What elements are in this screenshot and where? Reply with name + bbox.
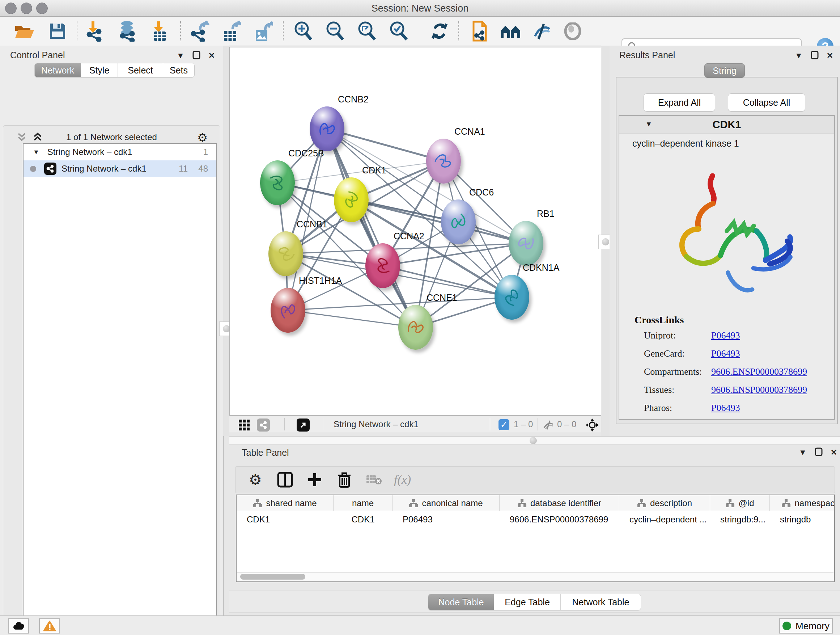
gene-section: ▼ CDK1 cyclin–dependent kinase 1 [619, 115, 835, 420]
delete-table-icon[interactable] [364, 470, 384, 489]
crosslink-link[interactable]: 9606.ENSP00000378699 [711, 385, 807, 395]
network-node-CCNB1[interactable] [268, 231, 303, 276]
houses-icon[interactable] [499, 19, 523, 43]
zoom-selected-icon[interactable] [387, 19, 411, 43]
export-table-icon[interactable] [219, 19, 243, 43]
panel-float-icon[interactable] [193, 51, 201, 61]
show-columns-icon[interactable] [275, 470, 295, 489]
show-eye-icon[interactable] [561, 19, 584, 43]
network-node-CDKN1A[interactable] [494, 275, 529, 320]
table-cell[interactable]: 9606.ENSP00000378699 [500, 511, 619, 528]
panel-collapse-icon[interactable]: ▼ [177, 51, 185, 60]
results-collapse-icon[interactable]: ▼ [795, 51, 803, 60]
cloud-status-button[interactable] [8, 618, 29, 633]
network-node-CCNB2[interactable] [309, 106, 344, 151]
tab-select[interactable]: Select [118, 63, 163, 77]
horizontal-splitter[interactable] [229, 436, 840, 445]
birds-eye-view-icon[interactable] [297, 418, 309, 432]
table-cell[interactable]: cyclin–dependent ... [619, 511, 710, 528]
warning-status-button[interactable] [39, 618, 60, 633]
column-header-shared-name[interactable]: shared name [237, 495, 333, 511]
export-image-icon[interactable] [251, 19, 275, 43]
column-header-namespace[interactable]: namespace [770, 495, 835, 511]
function-builder-icon[interactable]: f(x) [394, 473, 411, 486]
memory-button[interactable]: Memory [779, 618, 833, 633]
table-float-icon[interactable] [815, 448, 823, 458]
network-node-RB1[interactable] [508, 221, 543, 266]
document-network-icon[interactable] [467, 19, 491, 43]
column-header-description[interactable]: description [619, 495, 710, 511]
import-network-database-icon[interactable] [115, 19, 139, 43]
crosslink-link[interactable]: P06493 [711, 330, 740, 341]
tab-sets[interactable]: Sets [163, 63, 194, 77]
collection-expand-icon[interactable]: ▼ [33, 149, 39, 156]
network-collection-row[interactable]: ▼ String Network – cdk1 1 [24, 144, 216, 160]
tab-network-table[interactable]: Network Table [561, 594, 641, 610]
table-collapse-icon[interactable]: ▼ [799, 448, 807, 457]
results-float-icon[interactable] [811, 51, 819, 61]
table-cell[interactable]: P06493 [393, 511, 500, 528]
toolbar-separator [77, 21, 77, 41]
table-cell[interactable]: CDK1 [333, 511, 393, 528]
open-session-icon[interactable] [12, 19, 36, 43]
fit-content-crosshair-icon[interactable] [585, 418, 599, 433]
node-label-CCNB2: CCNB2 [338, 94, 369, 105]
tab-style[interactable]: Style [81, 63, 118, 77]
collapse-all-button[interactable]: Collapse All [728, 93, 805, 111]
table-close-icon[interactable]: ✕ [831, 448, 837, 457]
tab-network[interactable]: Network [35, 63, 81, 77]
table-cell[interactable]: stringdb:9... [710, 511, 770, 528]
column-header--id[interactable]: @id [710, 495, 770, 511]
export-network-icon[interactable] [187, 19, 211, 43]
crosslink-row-compartments: Compartments:9606.ENSP00000378699 [644, 366, 832, 385]
import-network-file-icon[interactable] [82, 19, 106, 43]
network-node-CCNE1[interactable] [398, 305, 433, 350]
delete-column-icon[interactable] [335, 470, 354, 489]
column-header-canonical-name[interactable]: canonical name [393, 495, 500, 511]
tab-edge-table[interactable]: Edge Table [494, 594, 561, 610]
panel-close-icon[interactable]: ✕ [208, 51, 215, 60]
import-table-file-icon[interactable] [148, 19, 172, 43]
network-node-CCNA2[interactable] [365, 243, 400, 288]
zoom-in-icon[interactable] [292, 19, 316, 43]
network-options-gear-icon[interactable]: ⚙ [197, 131, 208, 144]
zoom-fit-icon[interactable] [355, 19, 379, 43]
network-view-share-icon[interactable] [257, 418, 270, 432]
hide-eye-icon[interactable] [530, 19, 554, 43]
left-splitter[interactable] [223, 46, 229, 436]
table-cell[interactable]: stringdb [770, 511, 835, 528]
scrollbar-thumb[interactable] [240, 574, 305, 580]
table-horizontal-scrollbar[interactable] [237, 572, 834, 581]
tab-string[interactable]: String [704, 63, 745, 78]
crosslink-row-genecard: GeneCard:P06493 [644, 348, 832, 366]
refresh-icon[interactable] [428, 19, 452, 43]
crosslink-link[interactable]: P06493 [711, 402, 740, 413]
network-node-CDK1[interactable] [334, 177, 369, 222]
network-node-CCNA1[interactable] [426, 139, 461, 184]
selected-nodes-checkbox[interactable]: ✓ [499, 419, 509, 430]
network-node-CDC6[interactable] [441, 200, 476, 244]
add-column-icon[interactable] [305, 470, 325, 489]
grid-view-icon[interactable] [239, 420, 249, 432]
crosslink-link[interactable]: 9606.ENSP00000378699 [711, 366, 807, 377]
network-canvas[interactable]: CCNB2CCNA1CDC25BCDK1CDC6RB1CCNB1CCNA2CDK… [229, 47, 601, 416]
zoom-out-icon[interactable] [324, 19, 347, 43]
horizontal-splitter-handle[interactable] [530, 437, 537, 444]
crosslink-link[interactable]: P06493 [711, 348, 740, 359]
results-close-icon[interactable]: ✕ [827, 51, 833, 60]
right-splitter[interactable] [601, 46, 609, 436]
table-cell[interactable]: CDK1 [237, 511, 333, 528]
network-row[interactable]: String Network – cdk1 11 48 [24, 160, 216, 177]
hidden-eye-icon[interactable] [543, 420, 554, 432]
gene-section-header[interactable]: ▼ CDK1 [619, 116, 834, 134]
column-header-name[interactable]: name [333, 495, 393, 511]
node-table[interactable]: shared namenamecanonical namedatabase id… [236, 494, 835, 582]
network-node-HIST1H1A[interactable] [271, 288, 305, 333]
table-options-gear-icon[interactable]: ⚙ [246, 470, 265, 489]
save-session-icon[interactable] [46, 19, 69, 43]
network-node-CDC25B[interactable] [260, 160, 295, 205]
table-data-row[interactable]: CDK1CDK1P064939606.ENSP00000378699cyclin… [237, 511, 835, 528]
tab-node-table[interactable]: Node Table [428, 594, 494, 610]
expand-all-button[interactable]: Expand All [644, 93, 715, 111]
column-header-database-identifier[interactable]: database identifier [500, 495, 619, 511]
